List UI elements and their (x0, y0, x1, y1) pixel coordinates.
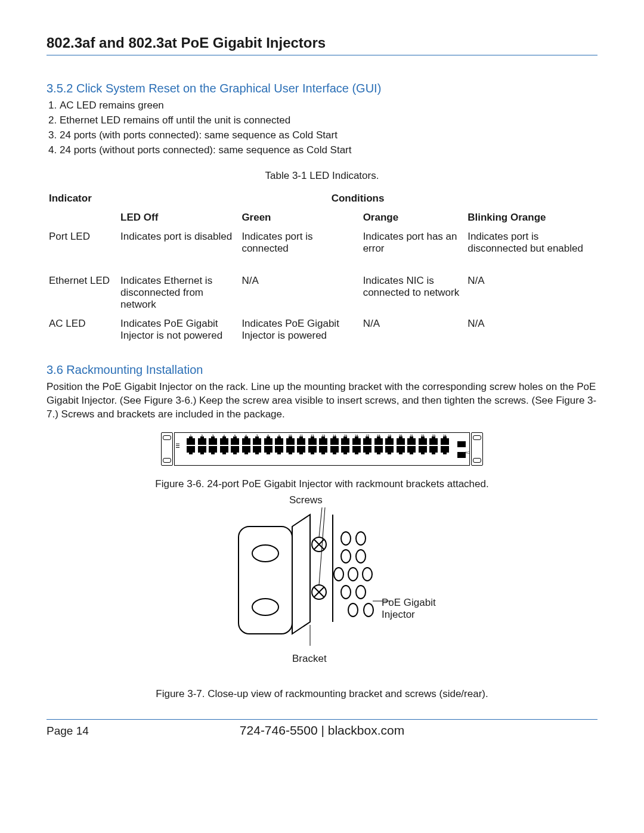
rj45-port-icon (253, 446, 261, 453)
svg-point-21 (363, 568, 372, 581)
rj45-port-icon (441, 446, 449, 453)
rj45-port-icon (429, 438, 438, 445)
cell-orange: Indicates port has an error (361, 227, 466, 258)
rj45-port-icon (397, 446, 405, 453)
cell-off: Indicates Ethernet is disconnected from … (118, 271, 239, 314)
th-orange: Orange (361, 208, 466, 227)
rj45-port-icon (209, 438, 217, 445)
table-row: Ethernet LED Indicates Ethernet is disco… (47, 271, 597, 314)
label-bracket: Bracket (292, 653, 327, 665)
rj45-port-icon (297, 446, 305, 453)
rj45-port-icon (198, 438, 206, 445)
svg-line-11 (319, 507, 322, 537)
cell-green: Indicates PoE Gigabit Injector is powere… (239, 314, 360, 345)
cell-indicator: AC LED (47, 314, 118, 345)
rj45-port-icon (187, 438, 195, 445)
rj45-port-icon (419, 446, 427, 453)
table-row: AC LED Indicates PoE Gigabit Injector is… (47, 314, 597, 345)
cell-orange: N/A (361, 314, 466, 345)
rj45-port-icon (242, 438, 250, 445)
th-conditions: Conditions (118, 189, 597, 208)
rj45-port-icon (286, 438, 295, 445)
rack-ear-left-icon (161, 432, 173, 466)
rj45-port-icon (341, 446, 349, 453)
cell-blink: N/A (465, 314, 597, 345)
table-row: Port LED Indicates port is disabled Indi… (47, 227, 597, 258)
cell-green: Indicates port is connected (239, 227, 360, 258)
rj45-port-icon (397, 438, 405, 445)
rj45-port-icon (407, 446, 416, 453)
svg-point-24 (348, 603, 358, 617)
rj45-port-icon (220, 438, 228, 445)
svg-point-16 (356, 532, 366, 545)
doc-title: 802.3af and 802.3at PoE Gigabit Injector… (47, 35, 597, 51)
rj45-port-icon (429, 446, 438, 453)
rj45-port-icon (198, 446, 206, 453)
rj45-port-icon (319, 438, 327, 445)
th-green: Green (239, 208, 360, 227)
cell-indicator: Ethernet LED (47, 271, 118, 314)
th-indicator: Indicator (47, 189, 118, 208)
section-3-5-2-heading: 3.5.2 Click System Reset on the Graphica… (47, 82, 597, 95)
reset-step: Ethernet LED remains off until the unit … (60, 114, 597, 128)
svg-point-18 (356, 550, 366, 563)
reset-step: 24 ports (without ports connected): same… (60, 144, 597, 157)
cell-indicator: Port LED (47, 227, 118, 258)
cell-blink: N/A (465, 271, 597, 314)
rj45-port-icon (209, 446, 217, 453)
rj45-port-icon (275, 438, 283, 445)
switch-faceplate-icon: 123456789101112131415161718192021222324 … (174, 432, 470, 466)
svg-point-2 (252, 599, 278, 615)
reset-step: AC LED remains green (60, 99, 597, 113)
section-3-6-body: Position the PoE Gigabit Injector on the… (47, 380, 597, 422)
cell-orange: Indicates NIC is connected to network (361, 271, 466, 314)
page-footer: Page 14 724-746-5500 | blackbox.com (47, 723, 597, 739)
rj45-port-icon (374, 446, 383, 453)
footer-contact: 724-746-5500 | blackbox.com (0, 723, 644, 738)
rj45-port-icon (385, 438, 394, 445)
bracket-diagram-icon (221, 497, 423, 652)
cell-off: Indicates PoE Gigabit Injector is not po… (118, 314, 239, 345)
footer-rule (47, 719, 597, 720)
svg-point-1 (252, 545, 278, 562)
rj45-port-icon (330, 446, 339, 453)
rj45-port-icon (385, 446, 394, 453)
rj45-port-icon (231, 446, 239, 453)
figure-3-7-caption: Figure 3-7. Close-up view of rackmountin… (47, 688, 597, 701)
svg-line-12 (319, 507, 325, 585)
rj45-port-icon (308, 438, 317, 445)
rj45-port-icon (363, 446, 371, 453)
rj45-port-icon (286, 446, 295, 453)
rj45-port-icon (242, 446, 250, 453)
svg-point-17 (341, 550, 351, 563)
header-rule (47, 55, 597, 55)
figure-3-6-caption: Figure 3-6. 24-port PoE Gigabit Injector… (47, 478, 597, 491)
rj45-port-icon (297, 438, 305, 445)
rj45-port-icon (264, 446, 273, 453)
rj45-port-icon (363, 438, 371, 445)
reset-steps-list: AC LED remains green Ethernet LED remain… (47, 99, 597, 157)
rj45-port-icon (308, 446, 317, 453)
figure-3-6: 123456789101112131415161718192021222324 … (161, 432, 483, 466)
rj45-port-icon (352, 446, 361, 453)
rj45-port-icon (220, 446, 228, 453)
svg-point-15 (341, 532, 351, 545)
reset-step: 24 ports (with ports connected): same se… (60, 129, 597, 143)
rj45-port-icon (264, 438, 273, 445)
rj45-port-icon (187, 446, 195, 453)
rj45-port-icon (275, 446, 283, 453)
led-indicators-table: Indicator Conditions LED Off Green Orang… (47, 189, 597, 345)
svg-point-23 (356, 586, 366, 599)
figure-3-7: Screws (203, 497, 441, 670)
rj45-port-icon (341, 438, 349, 445)
rj45-port-icon (319, 446, 327, 453)
cell-blink: Indicates port is disconnected but enabl… (465, 227, 597, 258)
svg-point-20 (348, 568, 358, 581)
svg-rect-0 (239, 527, 292, 634)
cell-off: Indicates port is disabled (118, 227, 239, 258)
svg-point-25 (364, 603, 373, 617)
rj45-port-icon (352, 438, 361, 445)
th-blinking: Blinking Orange (465, 208, 597, 227)
section-3-6-heading: 3.6 Rackmounting Installation (47, 363, 597, 377)
svg-point-19 (334, 568, 343, 581)
